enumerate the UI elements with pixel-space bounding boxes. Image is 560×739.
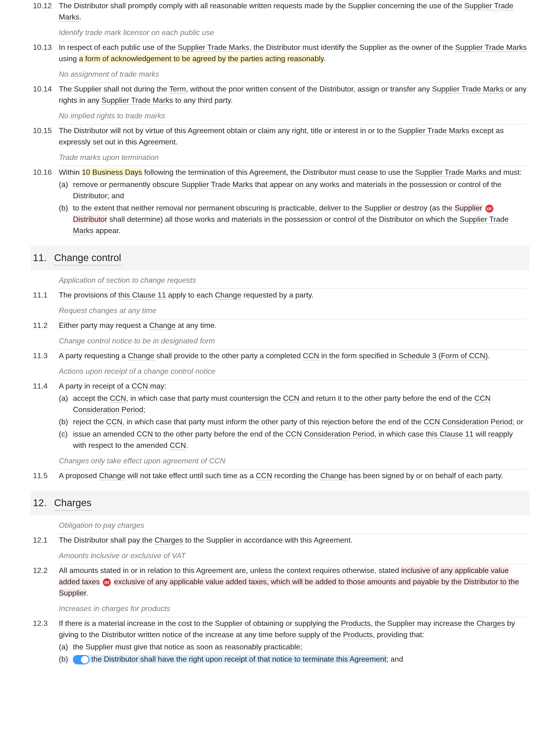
defined-term[interactable]: CCN [303, 351, 319, 360]
text: . [186, 441, 188, 449]
caption-row: Change control notice to be in designate… [33, 335, 527, 350]
clause-caption: Application of section to change request… [59, 275, 527, 289]
text: In respect of each public use of the [59, 43, 178, 51]
defined-term[interactable]: Supplier Trade Marks [432, 85, 504, 94]
defined-term[interactable]: Supplier Trade Marks [102, 96, 173, 105]
text: remove or permanently obscure [73, 180, 181, 189]
text: A proposed [59, 471, 99, 480]
sub-label: (b) [59, 202, 73, 236]
text: Within [59, 168, 82, 176]
clause-caption: Actions upon receipt of a change control… [59, 365, 527, 380]
spacer [33, 68, 59, 83]
defined-term[interactable]: CCN [110, 394, 126, 403]
defined-term[interactable]: Supplier Trade Marks [398, 126, 469, 135]
or-badge-icon[interactable]: or [103, 578, 111, 586]
defined-term[interactable]: this Clause 11 [118, 291, 166, 300]
text: The Supplier shall not during the [59, 85, 169, 93]
text: apply to each [166, 291, 215, 299]
highlight-option[interactable]: exclusive of any applicable value added … [59, 577, 519, 597]
clause-10-14: 10.14 The Supplier shall not during the … [33, 83, 527, 106]
text: shall provide to the other party a compl… [154, 351, 303, 360]
text: . [323, 54, 326, 63]
or-badge-icon[interactable]: or [485, 204, 494, 212]
defined-term[interactable]: CCN Consideration Period [424, 418, 513, 426]
text: , the Distributor must identify the Supp… [249, 43, 455, 51]
text: reject the [73, 418, 106, 426]
highlight-editable[interactable]: 10 Business Days [82, 168, 142, 176]
text: The provisions of [59, 291, 118, 299]
highlight-option[interactable]: Distributor [73, 215, 107, 224]
defined-term[interactable]: Change [149, 321, 175, 330]
sub-clause-b: (b) reject the CCN, in which case that p… [59, 416, 527, 427]
text: ; [143, 405, 145, 414]
clause-body: A proposed Change will not take effect u… [59, 470, 527, 481]
defined-term[interactable]: Change [320, 471, 346, 480]
defined-term[interactable]: Products [343, 630, 373, 639]
defined-term[interactable]: Charges [476, 619, 505, 628]
defined-term[interactable]: CCN [132, 382, 148, 391]
text: will not take effect until such time as … [125, 471, 256, 480]
clause-11-1: 11.1 The provisions of this Clause 11 ap… [33, 289, 527, 301]
sub-body: reject the CCN, in which case that party… [73, 416, 527, 427]
section-title[interactable]: Charges [54, 495, 92, 510]
sub-body: issue an amended CCN to the other party … [73, 428, 527, 451]
text: recording the [272, 471, 320, 480]
defined-term[interactable]: Change [215, 291, 241, 300]
text: and return it to the other party before … [299, 394, 474, 403]
defined-term[interactable]: Products [341, 619, 371, 628]
defined-term[interactable]: Supplier Trade Marks [178, 43, 249, 52]
text: accept the [73, 394, 110, 403]
defined-term[interactable]: CCN [106, 418, 122, 426]
defined-term[interactable]: CCN [170, 441, 186, 450]
text: The Distributor shall pay the [59, 536, 155, 544]
defined-term[interactable]: this Clause 11 [426, 430, 474, 439]
clause-12-2: 12.2 All amounts stated in or in relatio… [33, 565, 527, 599]
defined-term[interactable]: CCN [283, 394, 299, 403]
section-header-12: 12. Charges [31, 491, 529, 515]
text: following the termination of this Agreem… [142, 168, 415, 176]
defined-term[interactable]: Change [128, 351, 154, 360]
clause-caption: Request changes at any time [59, 305, 527, 319]
clause-body: In respect of each public use of the Sup… [59, 42, 527, 64]
clause-10-15: 10.15 The Distributor will not by virtue… [33, 125, 527, 147]
spacer [33, 335, 59, 350]
text: The Distributor will not by virtue of th… [59, 126, 398, 135]
text: appear. [94, 226, 121, 235]
defined-term[interactable]: Supplier Trade Marks [181, 180, 253, 189]
defined-term[interactable]: Charges [155, 536, 183, 545]
clause-caption: Identify trade mark licensor on each pub… [59, 27, 527, 41]
caption-row: Trade marks upon termination [33, 152, 527, 166]
defined-term[interactable]: Term [169, 85, 186, 94]
clause-caption: Trade marks upon termination [59, 152, 527, 166]
clause-number: 11.4 [33, 380, 59, 451]
clause-body: The Distributor shall pay the Charges to… [59, 535, 527, 546]
defined-term[interactable]: Schedule 3 (Form of CCN) [399, 351, 488, 360]
defined-term[interactable]: Change [99, 471, 125, 480]
text: , the Supplier may increase the [371, 619, 476, 627]
defined-term[interactable]: Supplier Trade Marks [455, 43, 527, 52]
defined-term[interactable]: CCN [256, 471, 272, 480]
sub-clause-b: (b) the Distributor shall have the right… [59, 653, 527, 665]
highlight-option[interactable]: Supplier [455, 204, 482, 212]
clause-number: 10.12 [33, 0, 59, 23]
highlight-editable[interactable]: a form of acknowledgement to be agreed b… [79, 54, 323, 63]
caption-row: Changes only take effect upon agreement … [33, 455, 527, 470]
toggle-switch-icon[interactable] [73, 655, 90, 664]
clause-caption: Changes only take effect upon agreement … [59, 455, 527, 469]
text: . [79, 13, 82, 21]
text: , in which case that party must counters… [126, 394, 283, 403]
clause-body: Either party may request a Change at any… [59, 320, 527, 331]
sub-clause-a: (a) remove or permanently obscure Suppli… [59, 179, 527, 201]
spacer [33, 275, 59, 289]
defined-term[interactable]: CCN [136, 430, 153, 439]
sub-label: (a) [59, 393, 73, 415]
spacer [33, 152, 59, 166]
spacer [33, 27, 59, 42]
text: ; or [513, 418, 523, 426]
spacer [33, 520, 59, 535]
defined-term[interactable]: CCN Consideration Period [286, 430, 374, 439]
clause-number: 12.3 [33, 618, 59, 665]
toggle-clause[interactable]: the Distributor shall have the right upo… [73, 655, 386, 663]
section-title[interactable]: Change control [54, 250, 121, 266]
defined-term[interactable]: Supplier Trade Marks [415, 168, 486, 177]
